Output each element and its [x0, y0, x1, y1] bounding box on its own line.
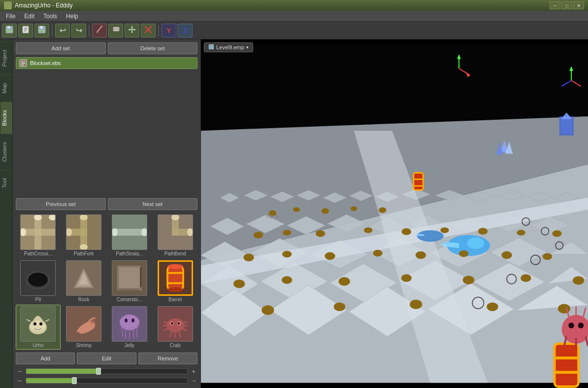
menu-help[interactable]: Help: [62, 12, 82, 21]
set-list: Blockset.ebs: [13, 56, 200, 70]
slider1-plus-icon[interactable]: +: [190, 367, 197, 375]
close-button[interactable]: ✕: [573, 1, 584, 9]
block-path-straight[interactable]: PathStraiq...: [107, 213, 152, 258]
block-thumb-cornerstone: [112, 260, 147, 296]
block-label-path-crossing: PathCrossi...: [24, 251, 52, 256]
sidebar-item-map[interactable]: Map: [0, 74, 12, 101]
svg-point-175: [243, 254, 254, 262]
axis-z-icon: Z: [183, 27, 188, 35]
block-thumb-path-bend: [158, 214, 193, 250]
slider1-track[interactable]: [26, 368, 188, 374]
move-icon: [128, 25, 136, 35]
block-path-crossing[interactable]: PathCrossi...: [16, 213, 61, 258]
svg-rect-8: [40, 26, 43, 29]
delete-button[interactable]: [141, 24, 156, 37]
remove-button[interactable]: Remove: [138, 353, 197, 364]
slider2-thumb[interactable]: [72, 377, 77, 384]
panel-spacer: [13, 70, 200, 196]
block-pit[interactable]: Pit: [16, 259, 61, 304]
viewport[interactable]: Level9.emp ▾: [201, 39, 588, 388]
undo-button[interactable]: ↩: [55, 24, 70, 37]
set-management: Add set Delete set: [13, 39, 200, 56]
sidebar-item-blocks[interactable]: Blocks: [0, 102, 12, 134]
svg-rect-160: [417, 234, 424, 235]
slider1-thumb[interactable]: [96, 368, 101, 375]
svg-point-174: [552, 230, 561, 237]
svg-point-213: [568, 322, 574, 328]
svg-point-179: [416, 251, 426, 259]
eraser-button[interactable]: [108, 24, 123, 37]
svg-point-65: [167, 264, 183, 269]
svg-rect-1: [7, 26, 10, 29]
svg-point-153: [467, 238, 484, 249]
save-button[interactable]: [2, 24, 17, 37]
paint-button[interactable]: [92, 24, 107, 37]
titlebar-controls[interactable]: ─ □ ✕: [550, 1, 584, 9]
svg-line-11: [97, 26, 102, 32]
blockset-item[interactable]: Blockset.ebs: [16, 57, 197, 69]
svg-point-187: [463, 276, 474, 284]
add-button[interactable]: Add: [16, 353, 75, 364]
block-thumb-path-straight: [112, 214, 147, 250]
block-cornerstone[interactable]: Cornersto...: [107, 259, 152, 304]
save-as-button[interactable]: +: [34, 24, 49, 37]
block-rock[interactable]: Rock: [62, 259, 106, 304]
edit-button[interactable]: Edit: [77, 353, 136, 364]
svg-point-88: [178, 322, 180, 324]
svg-point-84: [166, 318, 184, 332]
blockset-label: Blockset.ebs: [30, 60, 61, 66]
sidebar-item-tool[interactable]: Tool: [0, 170, 12, 196]
viewport-file-button[interactable]: Level9.emp ▾: [204, 42, 253, 52]
slider2-left-icon[interactable]: ↔: [16, 377, 24, 385]
menu-edit[interactable]: Edit: [20, 12, 38, 21]
minimize-button[interactable]: ─: [550, 1, 560, 9]
svg-rect-206: [561, 118, 572, 134]
add-set-button[interactable]: Add set: [16, 42, 106, 54]
delete-set-button[interactable]: Delete set: [108, 42, 198, 54]
move-button[interactable]: [125, 24, 139, 37]
svg-point-167: [283, 230, 291, 236]
block-barrel[interactable]: Barrel: [153, 259, 197, 304]
svg-point-172: [478, 228, 488, 235]
svg-point-73: [39, 322, 42, 325]
svg-point-162: [293, 207, 300, 212]
svg-point-171: [440, 227, 449, 233]
block-path-bend[interactable]: PathBend: [153, 213, 197, 258]
redo-button[interactable]: ↪: [71, 24, 86, 37]
block-urho[interactable]: Urho: [16, 305, 61, 350]
block-label-urho: Urho: [33, 343, 44, 348]
slider2-track[interactable]: [26, 378, 188, 384]
svg-point-164: [351, 206, 358, 211]
axis-y-button[interactable]: Y: [162, 24, 176, 37]
slider2-right-icon[interactable]: →: [190, 377, 197, 385]
block-jelly[interactable]: Jelly: [107, 305, 152, 350]
block-path-fork[interactable]: PathFork: [62, 213, 106, 258]
main-layout: Project Map Blocks Clusters Tool Add set…: [0, 39, 588, 388]
new-button[interactable]: [18, 24, 33, 37]
slider1-minus-icon[interactable]: −: [16, 367, 24, 375]
svg-point-183: [233, 280, 245, 288]
svg-rect-210: [555, 356, 579, 359]
block-label-path-straight: PathStraiq...: [116, 251, 143, 256]
undo-icon: ↩: [60, 26, 66, 35]
block-shrimp[interactable]: Shrimp: [62, 305, 106, 350]
restore-button[interactable]: □: [561, 1, 572, 9]
previous-set-button[interactable]: Previous set: [16, 198, 106, 210]
menu-file[interactable]: File: [2, 12, 19, 21]
sidebar-item-clusters[interactable]: Clusters: [0, 134, 12, 170]
svg-rect-64: [167, 282, 183, 284]
barrel-decoration: [414, 173, 423, 190]
next-set-button[interactable]: Next set: [108, 198, 198, 210]
sidebar-item-project[interactable]: Project: [0, 41, 12, 74]
block-label-rock: Rock: [78, 297, 90, 302]
save-icon: [5, 25, 14, 35]
block-label-shrimp: Shrimp: [76, 343, 92, 348]
menu-tools[interactable]: Tools: [39, 12, 61, 21]
block-thumb-pit: [20, 260, 56, 296]
svg-rect-26: [21, 65, 24, 66]
svg-point-180: [459, 250, 468, 257]
axis-z-button[interactable]: Z: [178, 24, 193, 37]
block-crab[interactable]: Crab: [153, 305, 197, 350]
block-thumb-path-crossing: [20, 214, 56, 250]
svg-point-177: [325, 252, 335, 260]
